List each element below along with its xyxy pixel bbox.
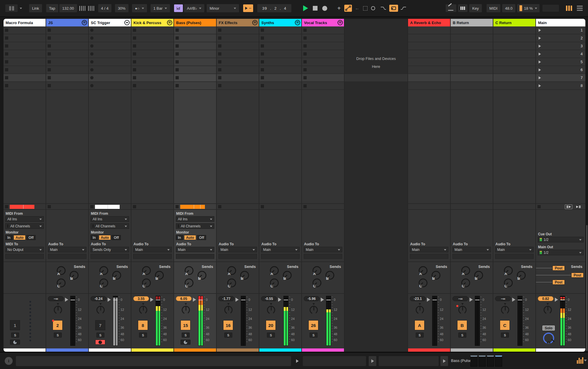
track-activator-button[interactable]: C: [500, 320, 510, 330]
track-header-kick-percuss[interactable]: Kick & Percuss: [131, 19, 173, 26]
device-view-toggle-button[interactable]: [440, 356, 448, 366]
send-c-knob[interactable]: C: [99, 279, 108, 287]
clip-slot[interactable]: [4, 82, 46, 90]
clip-slot[interactable]: [89, 58, 131, 66]
clip-slot[interactable]: [174, 50, 216, 58]
clip-slot[interactable]: [46, 66, 88, 74]
clip-stop-button[interactable]: [48, 84, 51, 87]
solo-button[interactable]: S: [139, 333, 147, 338]
clip-slot[interactable]: [174, 42, 216, 50]
clip-slot[interactable]: [174, 66, 216, 74]
clip-stop-button[interactable]: [133, 52, 136, 56]
clip-stop-button[interactable]: [303, 76, 307, 79]
stop-all-clips-button[interactable]: [5, 205, 8, 208]
stop-all-clips-button[interactable]: [218, 205, 221, 208]
clip-stop-button[interactable]: [176, 76, 179, 79]
output-channel-box[interactable]: [5, 254, 44, 259]
track-activator-button[interactable]: 20: [266, 320, 276, 330]
info-icon[interactable]: i: [5, 357, 13, 365]
group-menu-icon[interactable]: [295, 20, 300, 25]
clip-slot[interactable]: [259, 74, 301, 82]
clip-stop-button[interactable]: [218, 36, 221, 40]
clip-stop-button[interactable]: [176, 84, 179, 87]
clip-stop-button[interactable]: [48, 76, 51, 79]
scene-launch-button[interactable]: [539, 45, 541, 48]
quantization-menu[interactable]: 1 Bar: [151, 4, 170, 12]
clip-stop-button[interactable]: [48, 68, 51, 71]
clip-slot[interactable]: [302, 74, 344, 82]
stop-all-clips-button[interactable]: [537, 205, 541, 208]
pan-knob[interactable]: [458, 304, 468, 314]
cue-volume-knob[interactable]: [543, 333, 554, 344]
device-view-meter-icon[interactable]: [577, 357, 583, 364]
draw-mode-button[interactable]: [446, 4, 456, 12]
clip-stop-button[interactable]: [5, 84, 8, 87]
instrument-menu-icon[interactable]: [124, 20, 130, 25]
monitor-in-button[interactable]: In: [91, 235, 98, 240]
clip-slot[interactable]: [4, 50, 46, 58]
clip-slot[interactable]: [259, 50, 301, 58]
fader-handle[interactable]: [193, 298, 196, 302]
send-b-knob[interactable]: B: [112, 271, 121, 280]
clip-stop-button[interactable]: [5, 36, 8, 40]
monitor-auto-button[interactable]: Auto: [99, 235, 111, 240]
clip-stop-button[interactable]: [303, 84, 307, 87]
clip-view-toggle-button[interactable]: [369, 356, 376, 366]
volume-field[interactable]: -0.24: [91, 296, 106, 301]
track-activator-button[interactable]: 16: [223, 320, 233, 330]
scene-row[interactable]: 8: [536, 82, 585, 90]
scene-launch-button[interactable]: [539, 84, 541, 87]
send-a-knob[interactable]: A: [313, 266, 321, 275]
output-routing-menu[interactable]: Main: [176, 247, 214, 252]
send-a-knob[interactable]: A: [504, 266, 513, 275]
clip-stop-button[interactable]: [176, 60, 179, 63]
clip-stop-button[interactable]: [303, 36, 307, 40]
play-button[interactable]: [303, 5, 308, 11]
clip-stop-button[interactable]: [133, 68, 136, 71]
clip-record-button[interactable]: [90, 28, 93, 32]
clip-stop-button[interactable]: [48, 44, 51, 48]
clip-stop-button[interactable]: [176, 44, 179, 48]
clip-slot[interactable]: [302, 66, 344, 74]
clip-stop-button[interactable]: [303, 44, 307, 48]
clip-stop-button[interactable]: [261, 28, 264, 32]
clip-slot[interactable]: [217, 74, 259, 82]
clip-slot[interactable]: [302, 34, 344, 42]
scene-launch-button[interactable]: [539, 37, 541, 40]
clip-slot[interactable]: [259, 42, 301, 50]
stop-all-clips-button[interactable]: [176, 205, 179, 208]
clip-slot[interactable]: [259, 82, 301, 90]
output-channel-box[interactable]: [304, 254, 342, 259]
clip-stop-button[interactable]: [133, 76, 136, 79]
send-a-knob[interactable]: A: [57, 266, 66, 275]
output-routing-menu[interactable]: Main: [410, 247, 448, 252]
volume-field[interactable]: 6.05: [176, 296, 192, 301]
session-record-button[interactable]: [371, 6, 375, 10]
monitor-auto-button[interactable]: Auto: [184, 235, 196, 240]
clip-slot[interactable]: [89, 42, 131, 50]
clip-slot[interactable]: [89, 26, 131, 34]
clip-slot[interactable]: [259, 66, 301, 74]
send-c-knob[interactable]: C: [57, 279, 66, 287]
clip-slot[interactable]: [131, 66, 173, 74]
device-thumbnail[interactable]: [495, 355, 502, 367]
pan-knob[interactable]: [96, 304, 106, 314]
group-menu-icon[interactable]: [252, 20, 258, 25]
fader-handle[interactable]: [555, 298, 558, 302]
loop-button[interactable]: [389, 5, 398, 12]
stop-all-clips-button[interactable]: [48, 205, 51, 208]
scene-launch-button[interactable]: [539, 68, 541, 71]
tempo-field[interactable]: 132.00: [59, 4, 77, 12]
output-routing-menu[interactable]: Sends Only: [91, 247, 129, 252]
clip-slot[interactable]: [89, 66, 131, 74]
solo-button[interactable]: S: [458, 333, 466, 338]
clip-stop-button[interactable]: [5, 68, 8, 71]
punch-out-button[interactable]: [400, 6, 406, 10]
clip-slot[interactable]: [259, 34, 301, 42]
clip-stop-button[interactable]: [303, 60, 307, 63]
device-thumbnail[interactable]: [479, 355, 486, 367]
clip-stop-button[interactable]: [5, 44, 8, 48]
track-header-vocal-tracks[interactable]: Vocal Tracks: [302, 19, 344, 26]
clip-stop-button[interactable]: [261, 52, 264, 56]
clip-stop-button[interactable]: [261, 36, 264, 40]
